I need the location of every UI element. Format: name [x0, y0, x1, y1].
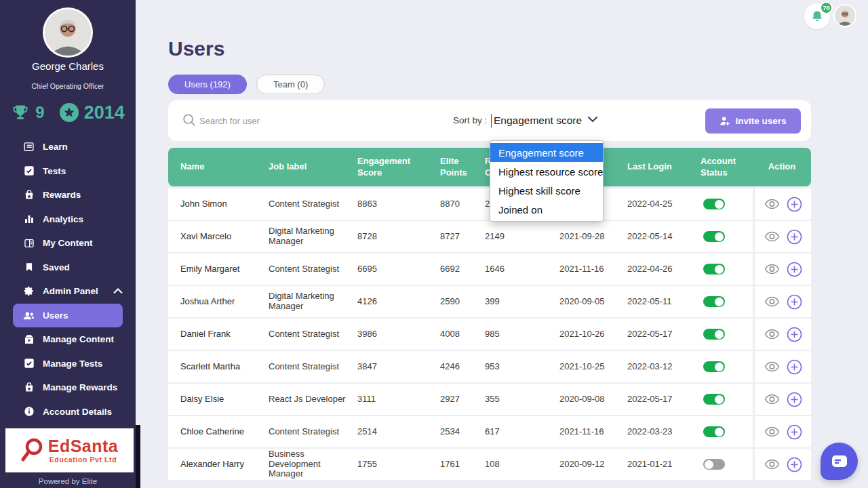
sort-dropdown: Engagement scoreHighest resource scoreHi… [490, 140, 604, 222]
account-status-cell [701, 449, 753, 480]
eye-icon [764, 361, 780, 372]
sidebar-item-manage-content[interactable]: Manage Content [13, 327, 123, 352]
eye-icon [764, 264, 780, 274]
add-user-button[interactable] [787, 457, 802, 472]
column-header: Job label [269, 148, 357, 186]
sidebar-item-rewards[interactable]: Rewards [13, 183, 123, 207]
sidebar-item-users[interactable]: Users [13, 304, 123, 328]
magnifier-logo-icon [21, 437, 44, 464]
view-user-button[interactable] [764, 296, 780, 307]
elite-points: 2927 [440, 384, 485, 415]
engagement-score: 8728 [357, 221, 440, 252]
sort-option[interactable]: Highest skill score [490, 181, 603, 200]
sidebar: George Charles Chief Operating Officer 9… [0, 0, 136, 488]
profile-avatar [43, 7, 93, 58]
sidebar-item-my-content[interactable]: My Content [13, 231, 123, 256]
tab-users[interactable]: Users (192) [168, 75, 247, 94]
view-user-button[interactable] [764, 329, 780, 340]
status-toggle[interactable] [703, 394, 725, 405]
job-label: Content Strategist [269, 351, 357, 382]
status-toggle[interactable] [703, 231, 725, 242]
user-name: Chloe Catherine [168, 416, 269, 447]
resources-count: 2149 [485, 221, 559, 252]
sort-option[interactable]: Joined on [490, 200, 603, 219]
sidebar-scrollbar[interactable] [136, 425, 140, 488]
engagement-score: 3986 [357, 319, 440, 350]
sort-option[interactable]: Engagement score [490, 143, 603, 162]
invite-users-label: Invite users [735, 116, 786, 126]
sidebar-item-label: Users [43, 310, 68, 321]
plus-circle-icon [787, 457, 802, 472]
sidebar-item-saved[interactable]: Saved [13, 256, 123, 280]
add-user-button[interactable] [787, 359, 802, 375]
job-label: Digital Marketing Manager [269, 286, 357, 317]
sidebar-item-label: Analytics [43, 214, 83, 224]
view-user-button[interactable] [764, 199, 780, 209]
notification-bell-button[interactable]: 70 [804, 3, 830, 29]
add-user-button[interactable] [787, 327, 802, 342]
view-user-button[interactable] [764, 264, 780, 274]
add-user-button[interactable] [787, 262, 802, 277]
sidebar-item-admin-panel[interactable]: Admin Panel [13, 279, 123, 304]
status-toggle[interactable] [703, 296, 725, 307]
elite-points: 8727 [440, 221, 485, 252]
toggle-knob [705, 460, 713, 469]
topbar-avatar[interactable] [833, 4, 856, 27]
joined-on-date: 2020-09-12 [559, 449, 627, 480]
column-header: Engagement Score [357, 148, 440, 186]
sort-select[interactable]: Engagement score [491, 110, 602, 131]
action-cell [753, 253, 811, 285]
toggle-knob [715, 395, 724, 404]
add-user-button[interactable] [787, 392, 802, 407]
job-label: Digital Marketing Manager [269, 221, 357, 252]
sort-selected-value: Engagement score [494, 115, 582, 127]
add-user-button[interactable] [787, 197, 802, 212]
layout-icon [23, 237, 35, 249]
view-user-button[interactable] [764, 459, 780, 470]
status-toggle[interactable] [703, 459, 725, 470]
sidebar-item-account-details[interactable]: Account Details [13, 400, 123, 424]
action-cell [753, 449, 811, 480]
tab-team[interactable]: Team (0) [256, 75, 325, 94]
trophy-count: 9 [35, 103, 44, 122]
add-user-button[interactable] [787, 424, 802, 440]
view-user-button[interactable] [764, 361, 780, 372]
sort-by-label: Sort by : [453, 115, 487, 125]
add-user-button[interactable] [787, 229, 802, 245]
table-body: John Simon Content Strategist 8863 8870 … [168, 188, 811, 481]
last-login-date: 2022-05-14 [627, 221, 701, 252]
status-toggle[interactable] [703, 329, 725, 340]
status-toggle[interactable] [703, 361, 725, 372]
sidebar-item-manage-rewards[interactable]: Manage Rewards [13, 375, 123, 400]
last-login-date: 2022-04-25 [627, 188, 701, 220]
sidebar-item-tests[interactable]: Tests [13, 159, 123, 184]
search-input[interactable] [199, 110, 389, 131]
eye-icon [764, 459, 780, 470]
status-toggle[interactable] [703, 264, 725, 274]
view-user-button[interactable] [764, 426, 780, 437]
status-toggle[interactable] [703, 426, 725, 437]
action-cell [753, 286, 811, 317]
engagement-score: 2514 [357, 416, 440, 447]
account-status-cell [701, 188, 753, 220]
job-label: React Js Developer [269, 384, 357, 415]
view-user-button[interactable] [764, 394, 780, 405]
status-toggle[interactable] [703, 199, 725, 209]
invite-user-icon [719, 116, 730, 126]
joined-on-date: 2021-09-28 [559, 221, 627, 252]
plus-circle-icon [787, 197, 802, 212]
chat-fab-button[interactable] [821, 443, 858, 480]
sidebar-item-manage-tests[interactable]: Manage Tests [13, 352, 123, 376]
resources-count: 108 [485, 449, 559, 480]
view-user-button[interactable] [764, 231, 780, 242]
sidebar-item-learn[interactable]: Learn [13, 135, 123, 159]
action-cell [753, 416, 811, 447]
sort-option[interactable]: Highest resource score [490, 162, 603, 181]
resources-count: 953 [485, 351, 559, 382]
sidebar-item-label: Account Details [43, 407, 112, 417]
user-name: Daniel Frank [168, 319, 269, 350]
add-user-button[interactable] [787, 294, 802, 310]
invite-users-button[interactable]: Invite users [705, 108, 801, 134]
sidebar-item-analytics[interactable]: Analytics [13, 207, 123, 232]
table-row: Chloe Catherine Content Strategist 2514 … [168, 416, 811, 449]
